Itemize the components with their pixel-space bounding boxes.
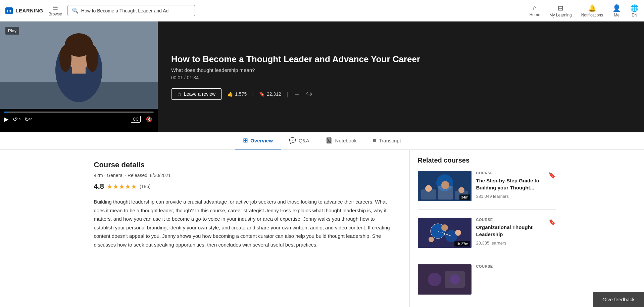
related-thumb-1[interactable]: 34m [418,171,472,201]
forward-button[interactable]: ↻10 [24,116,32,123]
content-right: Related courses 34m COURSE The Step-by [409,150,564,307]
notebook-icon: 📓 [326,137,333,144]
svg-point-26 [428,273,441,286]
time-separator: / [184,75,187,80]
related-type-1: COURSE [476,171,544,175]
svg-point-28 [450,274,460,284]
nav-notifications[interactable]: 🔔 Notifications [581,4,603,17]
video-section: Play ▶ ↺10 ↻10 CC 🔇 How to Become a Thou… [0,21,644,132]
transcript-icon: ≡ [373,137,376,144]
related-thumb-2[interactable]: 1h 27m [418,218,472,248]
content-left: Course details 42m · General · Released:… [81,150,409,307]
time-total: 01:34 [187,75,199,80]
related-card-2: 1h 27m COURSE Organizational Thought Lea… [418,218,556,256]
add-button[interactable]: ＋ [293,89,301,99]
tab-notebook[interactable]: 📓 Notebook [317,132,365,149]
hamburger-icon: ☰ [53,5,58,11]
overview-icon: ⊞ [243,137,248,144]
course-meta: 42m · General · Released: 8/30/2021 [94,173,396,178]
thumbs-up-icon: 👍 [227,91,233,97]
video-actions: ☆ Leave a review 👍 1,575 | 🔖 22,312 | ＋ … [171,88,631,100]
svg-point-17 [458,187,464,193]
book-icon: ⊟ [558,4,563,12]
tab-qa-label: Q&A [299,138,309,143]
me-label: Me [614,13,620,17]
related-courses-title: Related courses [418,150,556,164]
rating-number: 4.8 [94,182,104,191]
svg-point-23 [441,224,448,231]
controls-row: ▶ ↺10 ↻10 CC 🔇 [4,116,154,123]
tabs-bar: ⊞ Overview 💬 Q&A 📓 Notebook ≡ Transcript [0,132,644,150]
like-number: 1,575 [235,91,247,97]
captions-button[interactable]: CC [131,116,141,123]
related-info-2: COURSE Organizational Thought Leadership… [476,218,544,246]
progress-bar[interactable] [4,112,154,113]
give-feedback-button[interactable]: Give feedback [593,292,644,307]
review-btn-label: Leave a review [184,91,215,97]
my-learning-label: My Learning [550,13,572,17]
bookmark-count: 🔖 22,312 [259,91,281,97]
related-learners-1: 381,049 learners [476,194,544,199]
share-button[interactable]: ↪ [306,90,312,98]
home-icon: ⌂ [533,4,537,12]
learning-logo-text: LEARNING [15,8,43,13]
related-card-3: COURSE [418,264,556,303]
thumb-1-duration: 34m [459,194,470,200]
related-info-3: COURSE [476,264,556,271]
play-button[interactable]: ▶ [4,116,9,123]
svg-point-8 [86,45,98,72]
nav-me[interactable]: 👤 Me [612,4,621,17]
notifications-label: Notifications [581,13,603,17]
volume-button[interactable]: 🔇 [145,116,154,123]
separator-2: | [287,91,288,98]
course-time: 00:01 / 01:34 [171,75,631,80]
related-info-1: COURSE The Step-by-Step Guide to Buildin… [476,171,544,199]
related-type-3: COURSE [476,264,556,268]
rating-stars: ★★★★★ [107,182,137,190]
svg-rect-9 [72,67,86,74]
header: in LEARNING ☰ Browse 🔍 ⌂ Home ⊟ My Learn… [0,0,644,21]
rating-count: (186) [140,184,151,189]
en-label: EN [632,13,637,17]
nav-home[interactable]: ⌂ Home [530,4,540,17]
svg-point-24 [455,230,461,236]
tab-transcript-label: Transcript [379,138,401,143]
tab-overview[interactable]: ⊞ Overview [235,132,281,149]
related-learners-2: 28,335 learners [476,240,544,246]
video-player[interactable]: Play ▶ ↺10 ↻10 CC 🔇 [0,21,158,132]
related-card-1: 34m COURSE The Step-by-Step Guide to Bui… [418,171,556,210]
nav-my-learning[interactable]: ⊟ My Learning [550,4,572,17]
tab-qa[interactable]: 💬 Q&A [281,132,317,149]
leave-review-button[interactable]: ☆ Leave a review [171,88,222,100]
thumb-2-duration: 1h 27m [454,241,470,247]
video-thumbnail[interactable]: Play [0,21,158,109]
related-name-1[interactable]: The Step-by-Step Guide to Building your … [476,177,544,191]
bookmark-number: 22,312 [267,91,281,97]
svg-point-22 [429,237,434,242]
main-content: Course details 42m · General · Released:… [81,150,564,307]
bookmark-btn-2[interactable]: 🔖 [548,218,556,226]
qa-icon: 💬 [289,137,296,144]
course-description: Building thought leadership can provide … [94,198,396,249]
tab-notebook-label: Notebook [335,138,357,143]
video-controls: ▶ ↺10 ↻10 CC 🔇 [0,109,158,126]
browse-button[interactable]: ☰ Browse [49,5,62,16]
course-subtitle: What does thought leadership mean? [171,67,631,73]
course-details-title: Course details [94,161,396,169]
related-thumb-3[interactable] [418,264,472,295]
tab-overview-label: Overview [250,138,273,143]
header-nav: ⌂ Home ⊟ My Learning 🔔 Notifications 👤 M… [530,4,639,17]
related-type-2: COURSE [476,218,544,222]
video-frame [0,21,158,109]
nav-language[interactable]: 🌐 EN [630,4,639,17]
related-name-2[interactable]: Organizational Thought Leadership [476,224,544,238]
bookmark-btn-1[interactable]: 🔖 [548,172,556,179]
thumb-image-3 [418,264,472,295]
svg-point-7 [59,45,71,72]
search-icon: 🔍 [72,7,79,14]
course-title: How to Become a Thought Leader and Advan… [171,54,631,64]
progress-fill [4,112,8,113]
search-input[interactable] [81,8,191,13]
tab-transcript[interactable]: ≡ Transcript [365,132,409,149]
rewind-button[interactable]: ↺10 [13,116,20,123]
